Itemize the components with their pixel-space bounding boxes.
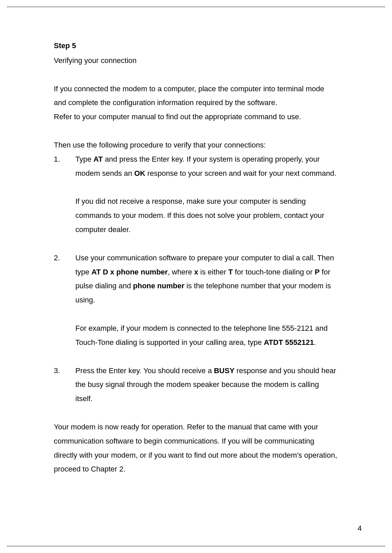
li1-text-1: Type xyxy=(75,155,94,163)
li2-bold-phone: phone number xyxy=(133,282,184,290)
page-number: 4 xyxy=(358,524,362,533)
intro-text-1a: If you connected the modem to a computer… xyxy=(54,85,324,107)
list-number-3: 3. xyxy=(54,364,60,378)
li2-bold-x: x xyxy=(194,268,198,276)
li2-sub-paragraph: For example, if your modem is connected … xyxy=(75,321,338,350)
list-number-1: 1. xyxy=(54,152,60,166)
li2-bold-cmd: AT D x phone number xyxy=(92,268,168,276)
li3-text-1: Press the Enter key. You should receive … xyxy=(75,366,214,375)
closing-paragraph: Your modem is now ready for operation. R… xyxy=(54,420,338,476)
step-subtitle: Verifying your connection xyxy=(54,54,338,68)
step-title: Step 5 xyxy=(54,39,338,53)
li2-text-2: , where xyxy=(168,268,194,276)
li2-bold-p: P xyxy=(315,268,320,276)
li2-text-3: is either xyxy=(198,268,228,276)
list-number-2: 2. xyxy=(54,251,60,265)
li1-bold-at: AT xyxy=(94,155,103,163)
document-content: Step 5 Verifying your connection If you … xyxy=(54,39,338,490)
li1-sub-paragraph: If you did not receive a response, make … xyxy=(75,194,338,236)
procedure-list: 1. Type AT and press the Enter key. If y… xyxy=(54,152,338,406)
page-border-bottom xyxy=(7,546,385,546)
li2-text-4: for touch-tone dialing or xyxy=(233,268,315,276)
li2-sub-text-2: . xyxy=(314,338,316,347)
li1-bold-ok: OK xyxy=(134,169,145,177)
intro-paragraph-2: Then use the following procedure to veri… xyxy=(54,138,338,152)
intro-paragraph-1: If you connected the modem to a computer… xyxy=(54,82,338,124)
li3-bold-busy: BUSY xyxy=(214,366,235,375)
li2-sub-bold-atdt: ATDT 5552121 xyxy=(264,338,314,347)
list-item-3: 3. Press the Enter key. You should recei… xyxy=(54,364,338,406)
li1-text-3: response to your screen and wait for you… xyxy=(145,169,336,177)
list-item-2: 2. Use your communication software to pr… xyxy=(54,251,338,350)
page-border-top xyxy=(7,7,385,7)
intro-text-1b: Refer to your computer manual to find ou… xyxy=(54,112,301,121)
li2-bold-t: T xyxy=(228,268,233,276)
list-item-1: 1. Type AT and press the Enter key. If y… xyxy=(54,152,338,237)
